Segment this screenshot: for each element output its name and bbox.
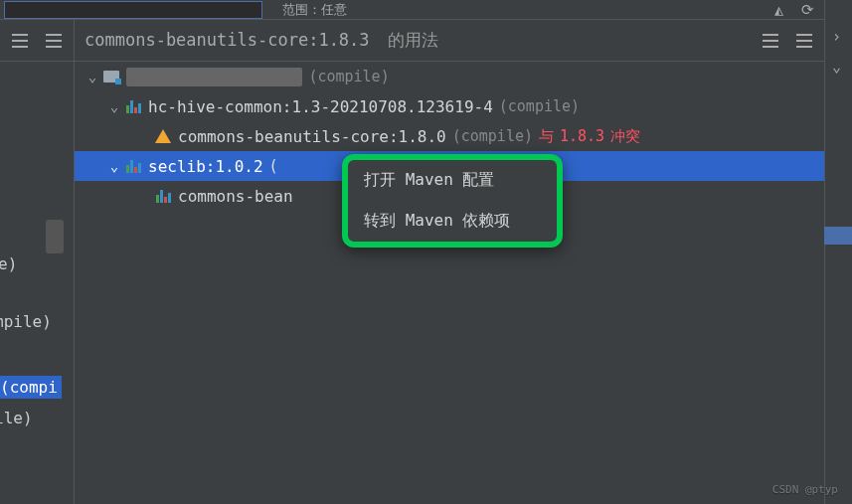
scroll-marker[interactable]	[824, 227, 852, 245]
title-suffix: 的用法	[388, 30, 438, 50]
context-menu: 打开 Maven 配置 转到 Maven 依赖项	[342, 154, 563, 248]
watermark: CSDN @ptyp	[772, 483, 838, 496]
warning-icon	[154, 128, 172, 144]
scope-label: (	[269, 157, 278, 175]
main-area: e) mpile) (compi ile) ⌄ ████████████████…	[0, 62, 824, 504]
warning-icon[interactable]: ◭	[774, 1, 783, 19]
conflict-version: 1.8.3	[560, 127, 604, 145]
tree-node-label: commons-bean	[178, 187, 293, 206]
left-fragment: e)	[0, 254, 17, 273]
chevron-down-icon[interactable]: ⌄	[104, 158, 124, 174]
scope-label: (compile)	[308, 68, 389, 85]
expand-all-icon[interactable]	[12, 34, 28, 48]
tree-row[interactable]: ⌄ hc-hive-common:1.3-20210708.123619-4 (…	[75, 91, 824, 121]
dependency-icon	[124, 158, 142, 174]
scope-label: (compile)	[499, 97, 580, 115]
menu-item-open-maven-config[interactable]: 打开 Maven 配置	[348, 160, 557, 201]
dependency-icon	[154, 188, 172, 204]
left-panel: e) mpile) (compi ile)	[0, 62, 75, 504]
tree-node-label: ██████████████████	[126, 68, 302, 86]
chevron-down-icon[interactable]: ⌄	[832, 58, 841, 76]
tree-node-label: seclib:1.0.2	[148, 157, 263, 176]
left-fragment: ile)	[0, 409, 33, 427]
tree-row[interactable]: ⌄ ██████████████████ (compile)	[75, 62, 824, 91]
title-text: commons-beanutils-core:1.8.3	[85, 30, 370, 50]
scope-label: 范围：任意	[282, 1, 347, 19]
tree-row[interactable]: commons-beanutils-core:1.8.0 (compile) 与…	[75, 121, 824, 151]
tree-node-label: hc-hive-common:1.3-20210708.123619-4	[148, 97, 493, 116]
page-title: commons-beanutils-core:1.8.3 的用法	[85, 29, 438, 52]
collapse-icon[interactable]	[796, 34, 812, 48]
top-toolbar: 范围：任意 ◭ ⟳	[0, 0, 852, 20]
chevron-down-icon[interactable]: ⌄	[104, 98, 124, 114]
scrollbar-thumb[interactable]	[46, 220, 64, 253]
folder-icon	[102, 69, 120, 84]
left-fragment: (compi	[0, 376, 62, 399]
menu-item-goto-maven-dependency[interactable]: 转到 Maven 依赖项	[348, 201, 557, 242]
expand-icon[interactable]	[763, 34, 778, 48]
conflict-with: 与	[539, 127, 554, 146]
chevron-down-icon[interactable]: ⌄	[83, 69, 102, 84]
scope-label: (compile)	[452, 127, 533, 145]
header-bar: commons-beanutils-core:1.8.3 的用法	[0, 20, 852, 62]
tree-node-label: commons-beanutils-core:1.8.0	[178, 127, 446, 146]
collapse-all-icon[interactable]	[46, 34, 62, 48]
right-sidebar: › ⌄	[824, 0, 852, 504]
tree-area: ⌄ ██████████████████ (compile) ⌄ hc-hive…	[75, 62, 824, 504]
search-input[interactable]	[4, 1, 262, 19]
conflict-word: 冲突	[610, 127, 640, 146]
left-fragment: mpile)	[0, 312, 52, 331]
chevron-right-icon[interactable]: ›	[832, 28, 841, 46]
left-gutter	[0, 20, 75, 61]
dependency-icon	[124, 98, 142, 114]
refresh-icon[interactable]: ⟳	[801, 1, 814, 19]
